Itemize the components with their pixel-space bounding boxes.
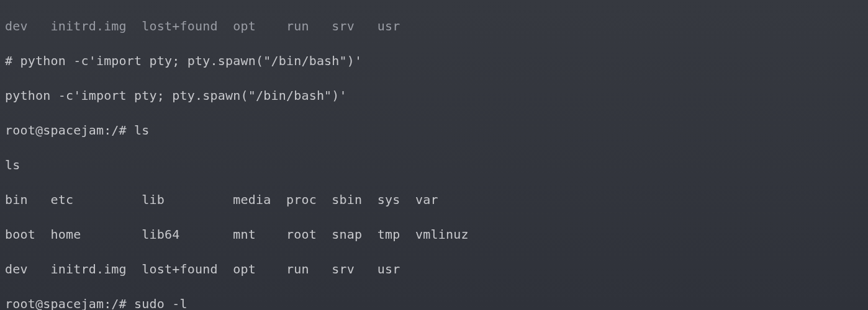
prompt-line: root@spacejam:/# ls: [5, 122, 863, 139]
ls-row: bin etc lib media proc sbin sys var: [5, 191, 863, 208]
prompt-line: root@spacejam:/# sudo -l: [5, 295, 863, 310]
output-line: # python -c'import pty; pty.spawn("/bin/…: [5, 52, 863, 69]
ls-row: boot home lib64 mnt root snap tmp vmlinu…: [5, 226, 863, 243]
output-line: ls: [5, 156, 863, 174]
terminal-output[interactable]: dev initrd.img lost+found opt run srv us…: [0, 0, 868, 310]
output-line: dev initrd.img lost+found opt run srv us…: [5, 17, 863, 35]
ls-row: dev initrd.img lost+found opt run srv us…: [5, 260, 863, 278]
output-line: python -c'import pty; pty.spawn("/bin/ba…: [5, 87, 863, 104]
